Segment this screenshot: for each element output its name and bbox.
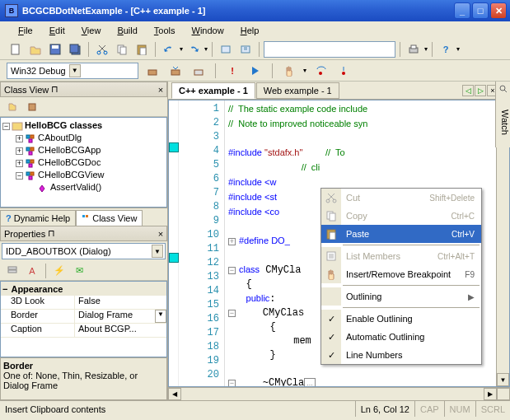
svg-rect-10 (140, 48, 146, 55)
line-numbers: 1234567891011121314151617181920 (179, 100, 225, 386)
ctx-paste[interactable]: PasteCtrl+V (321, 225, 481, 243)
menu-window[interactable]: Window (185, 24, 231, 37)
save-button[interactable] (46, 40, 64, 58)
copy-button[interactable] (113, 40, 131, 58)
ctx-outlining[interactable]: Outlining▶ (321, 287, 481, 306)
alpha-button[interactable]: A (23, 262, 41, 280)
cv-btn-1[interactable] (3, 98, 21, 116)
properties-header: Properties ⊓ × (0, 226, 167, 241)
paste-button[interactable] (133, 40, 151, 58)
svg-rect-4 (70, 44, 78, 53)
check-icon: ✓ (321, 346, 341, 364)
cut-button[interactable] (93, 40, 111, 58)
svg-rect-34 (82, 215, 85, 217)
categorized-button[interactable] (3, 262, 21, 280)
build2-button[interactable] (166, 62, 185, 80)
svg-rect-29 (30, 160, 34, 163)
svg-rect-16 (171, 70, 180, 75)
svg-rect-24 (29, 139, 32, 142)
tab-dynamic-help[interactable]: ?Dynamic Help (0, 210, 76, 226)
undo-button[interactable] (160, 40, 178, 58)
menu-view[interactable]: View (75, 24, 108, 37)
build-button[interactable] (143, 62, 161, 80)
go-button[interactable] (246, 62, 264, 80)
status-scrl: SCRL (476, 401, 510, 417)
toolbar-debug: Win32 Debug ▼ ! ▾ (0, 60, 510, 82)
close-button[interactable]: ✕ (490, 2, 507, 19)
ctx-auto-outlining[interactable]: ✓Automatic Outlining (321, 328, 481, 346)
hand-button[interactable] (280, 62, 298, 80)
menu-file[interactable]: File (12, 24, 40, 37)
menu-edit[interactable]: Edit (43, 24, 72, 37)
svg-rect-15 (148, 70, 157, 75)
messages-button[interactable]: ✉ (70, 262, 88, 280)
menu-build[interactable]: Build (110, 24, 143, 37)
pane-close-icon[interactable]: × (155, 229, 166, 239)
svg-rect-25 (26, 147, 30, 151)
tab-cpp-example[interactable]: C++ example - 1 (171, 82, 255, 99)
watch-tab[interactable]: Watch (495, 82, 510, 147)
ctx-list-members[interactable]: List MembersCtrl+Alt+T (321, 247, 481, 265)
pin-icon[interactable]: ⊓ (49, 84, 60, 95)
redo-button[interactable] (185, 40, 203, 58)
find-input[interactable] (264, 41, 395, 58)
toolbar-main: ▾ ▾ ▾ ? ▾ (0, 39, 510, 60)
tab-web-example[interactable]: Web example - 1 (256, 82, 339, 99)
cut-icon (321, 189, 341, 207)
ctx-breakpoint[interactable]: Insert/Remove BreakpointF9 (321, 265, 481, 283)
stepin-button[interactable] (335, 62, 353, 80)
pin-icon[interactable]: ⊓ (45, 228, 57, 239)
property-grid[interactable]: −Appearance 3D LookFalse BorderDialog Fr… (0, 281, 167, 357)
svg-rect-42 (330, 213, 335, 221)
maximize-button[interactable]: □ (472, 2, 489, 19)
events-button[interactable]: ⚡ (50, 262, 68, 280)
class-tree[interactable]: −HelloBCG classes +CAboutDlg +CHelloBCGA… (0, 117, 167, 208)
scroll-down-icon[interactable]: ▼ (497, 373, 509, 386)
pane-close-icon[interactable]: × (155, 85, 166, 95)
svg-rect-22 (26, 135, 30, 138)
stepover-button[interactable] (311, 62, 330, 80)
nav-button-1[interactable] (217, 40, 235, 58)
menu-help[interactable]: Help (234, 24, 266, 37)
tab-next-button[interactable]: ▷ (475, 85, 486, 96)
classview-header: Class View ⊓ × (0, 82, 167, 97)
svg-rect-36 (8, 267, 16, 269)
ctx-copy[interactable]: CopyCtrl+C (321, 207, 481, 225)
cv-btn-2[interactable] (23, 98, 41, 116)
status-position: Ln 6, Col 12 (356, 401, 415, 417)
svg-point-18 (319, 72, 322, 75)
tab-class-view[interactable]: Class View (76, 210, 143, 226)
app-icon: B (5, 4, 18, 17)
saveall-button[interactable] (66, 40, 84, 58)
config-combo[interactable]: Win32 Debug ▼ (7, 63, 138, 79)
scroll-left-icon[interactable]: ◀ (168, 388, 181, 400)
horizontal-scrollbar[interactable]: ◀ ▶ (168, 387, 510, 400)
ctx-line-numbers[interactable]: ✓Line Numbers (321, 346, 481, 364)
svg-rect-23 (30, 135, 34, 138)
check-icon: ✓ (321, 328, 341, 346)
print-button[interactable] (405, 40, 423, 58)
status-caps: CAP (415, 401, 445, 417)
nav-button-2[interactable] (236, 40, 255, 58)
svg-rect-44 (330, 232, 335, 240)
svg-rect-14 (411, 45, 416, 49)
ctx-cut[interactable]: CutShift+Delete (321, 189, 481, 207)
svg-rect-17 (194, 70, 203, 75)
svg-rect-2 (52, 45, 58, 49)
help-icon[interactable]: ? (437, 40, 455, 58)
menubar: File Edit View Build Tools Window Help (0, 21, 510, 39)
new-button[interactable] (7, 40, 25, 58)
minimize-button[interactable]: _ (454, 2, 470, 19)
stop-build-button[interactable] (189, 62, 208, 80)
tab-prev-button[interactable]: ◁ (462, 85, 474, 96)
marker-margin[interactable] (169, 100, 179, 386)
titlebar: B BCGCBDotNetExample - [C++ example - 1]… (0, 0, 510, 21)
ctx-enable-outlining[interactable]: ✓Enable Outlining (321, 310, 481, 328)
open-button[interactable] (26, 40, 44, 58)
svg-rect-28 (26, 160, 30, 163)
svg-rect-21 (12, 123, 22, 130)
scroll-right-icon[interactable]: ▶ (484, 388, 497, 400)
break-button[interactable]: ! (223, 62, 241, 80)
props-object-combo[interactable]: IDD_ABOUTBOX (Dialog) ▼ (2, 243, 166, 259)
menu-tools[interactable]: Tools (147, 24, 182, 37)
